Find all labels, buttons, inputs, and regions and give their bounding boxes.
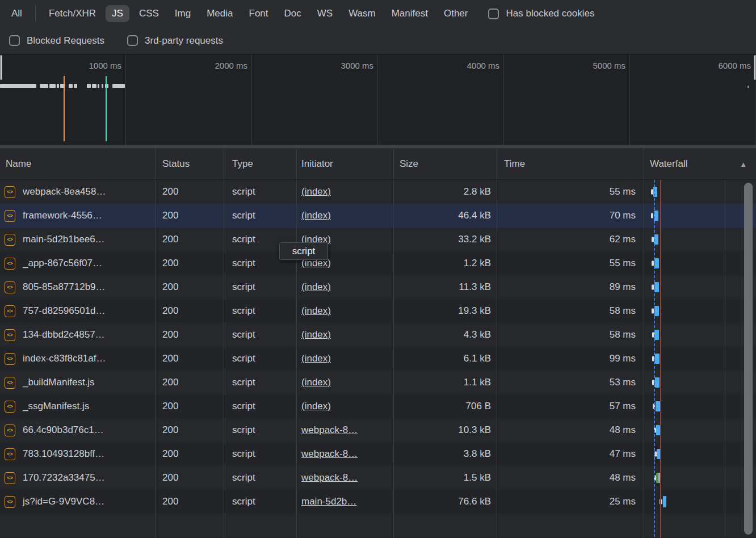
name-cell: <> main-5d2b1bee6… [0, 228, 156, 251]
filter-divider [35, 6, 36, 21]
request-status [156, 514, 224, 537]
request-name: 170.7232a33475… [23, 472, 105, 484]
js-file-icon: <> [5, 281, 15, 293]
request-time: 58 ms [497, 323, 644, 347]
request-name: 66.4c90b3d76c1… [23, 424, 104, 436]
request-status: 200 [156, 251, 224, 275]
initiator-link[interactable]: webpack-8… [301, 472, 358, 484]
table-row[interactable]: <> _ssgManifest.js 200 script (index) 70… [0, 394, 756, 418]
table-row[interactable]: <> 170.7232a33475… 200 script webpack-8…… [0, 466, 756, 490]
request-status: 200 [156, 228, 224, 251]
filter-manifest[interactable]: Manifest [385, 5, 434, 22]
name-cell: <> js?id=G-9V9VC8… [0, 490, 156, 514]
filter-js[interactable]: JS [106, 5, 129, 22]
request-time: 48 ms [497, 418, 644, 442]
filter-doc[interactable]: Doc [278, 5, 308, 22]
js-file-icon: <> [5, 448, 15, 460]
request-type: script [224, 299, 297, 323]
table-row[interactable]: <> 757-d82596501d… 200 script (index) 19… [0, 299, 756, 323]
name-cell: <> framework-4556… [0, 204, 156, 228]
overview-left-handle[interactable] [0, 55, 2, 80]
network-overview-timeline[interactable]: 1000 ms2000 ms3000 ms4000 ms5000 ms6000 … [0, 54, 756, 145]
domcontentloaded-line [654, 180, 655, 538]
filter-ws[interactable]: WS [311, 5, 339, 22]
column-header-type[interactable]: Type [224, 149, 297, 179]
overview-right-handle[interactable] [754, 55, 756, 80]
column-header-time[interactable]: Time [497, 149, 644, 179]
request-size: 76.6 kB [394, 490, 497, 514]
filter-fetch-xhr[interactable]: Fetch/XHR [43, 5, 102, 22]
panel-splitter[interactable] [0, 145, 756, 149]
initiator-cell: (index) [297, 275, 394, 299]
load-marker [106, 76, 107, 141]
filter-media[interactable]: Media [200, 5, 239, 22]
table-row[interactable]: <> 805-85a87712b9… 200 script (index) 11… [0, 275, 756, 299]
waterfall-bar-blue [656, 425, 660, 435]
third-party-requests-checkbox[interactable] [127, 35, 138, 46]
filter-img[interactable]: Img [169, 5, 197, 22]
filter-bar-second-row: Blocked Requests 3rd-party requests [0, 27, 756, 54]
overview-activity-dash [49, 84, 56, 88]
filter-other[interactable]: Other [438, 5, 474, 22]
table-row[interactable]: <> framework-4556… 200 script (index) 46… [0, 204, 756, 228]
initiator-cell: (index) [297, 323, 394, 347]
blocked-requests-checkbox[interactable] [9, 35, 20, 46]
filter-css[interactable]: CSS [133, 5, 165, 22]
initiator-link[interactable]: main-5d2b… [301, 496, 356, 507]
initiator-link[interactable]: webpack-8… [301, 448, 358, 460]
waterfall-bar-tick [651, 213, 653, 218]
request-time: 57 ms [497, 394, 644, 418]
table-row[interactable]: <> 66.4c90b3d76c1… 200 script webpack-8…… [0, 418, 756, 442]
timeline-tick-label: 4000 ms [414, 61, 499, 70]
name-cell: <> 805-85a87712b9… [0, 275, 156, 299]
request-size: 10.3 kB [394, 418, 497, 442]
request-type: script [224, 180, 297, 204]
column-header-status[interactable]: Status [156, 149, 224, 179]
initiator-cell [297, 514, 394, 537]
request-type: script [224, 466, 297, 490]
request-status: 200 [156, 418, 224, 442]
initiator-link[interactable]: (index) [301, 329, 331, 341]
type-tooltip: script [279, 242, 328, 260]
table-row[interactable]: <> main-5d2b1bee6… 200 script (index) 33… [0, 228, 756, 251]
request-size: 1.2 kB [394, 251, 497, 275]
column-header-size[interactable]: Size [394, 149, 497, 179]
request-status: 200 [156, 490, 224, 514]
table-row[interactable]: <> 134-dbbd2c4857… 200 script (index) 4.… [0, 323, 756, 347]
column-header-waterfall[interactable]: Waterfall ▲ [644, 149, 756, 179]
column-header-initiator[interactable]: Initiator [297, 149, 394, 179]
request-time: 89 ms [497, 275, 644, 299]
request-name: _ssgManifest.js [23, 401, 89, 412]
table-row[interactable]: <> index-c83f8c81af… 200 script (index) … [0, 347, 756, 371]
initiator-link[interactable]: (index) [301, 186, 331, 197]
table-row[interactable]: <> _buildManifest.js 200 script (index) … [0, 371, 756, 394]
filter-bar: All Fetch/XHR JS CSS Img Media Font Doc … [0, 0, 756, 27]
overview-activity-dash [92, 84, 96, 88]
filter-wasm[interactable]: Wasm [342, 5, 382, 22]
request-time: 47 ms [497, 442, 644, 466]
table-row[interactable]: <> _app-867c56f07… 200 script (index) 1.… [0, 251, 756, 275]
initiator-link[interactable]: webpack-8… [301, 424, 358, 436]
initiator-link[interactable]: (index) [301, 305, 331, 317]
js-file-icon: <> [5, 353, 15, 365]
waterfall-bar-blue [654, 330, 659, 340]
table-row[interactable]: <> 783.10493128bff… 200 script webpack-8… [0, 442, 756, 466]
request-type: script [224, 371, 297, 394]
request-status: 200 [156, 371, 224, 394]
has-blocked-cookies-checkbox[interactable] [488, 9, 499, 19]
filter-font[interactable]: Font [243, 5, 275, 22]
request-name: 805-85a87712b9… [23, 281, 106, 293]
vertical-scrollbar-thumb[interactable] [744, 183, 753, 535]
timeline-gridline [503, 54, 504, 145]
request-status: 200 [156, 347, 224, 371]
table-row[interactable]: <> webpack-8ea458… 200 script (index) 2.… [0, 180, 756, 204]
table-row[interactable]: <> js?id=G-9V9VC8… 200 script main-5d2b…… [0, 490, 756, 514]
name-cell [0, 514, 156, 537]
filter-all[interactable]: All [5, 5, 28, 22]
initiator-link[interactable]: (index) [301, 210, 331, 221]
initiator-link[interactable]: (index) [301, 377, 331, 388]
initiator-link[interactable]: (index) [301, 281, 331, 293]
initiator-link[interactable]: (index) [301, 353, 331, 364]
initiator-link[interactable]: (index) [301, 401, 331, 412]
column-header-name[interactable]: Name [0, 149, 156, 179]
